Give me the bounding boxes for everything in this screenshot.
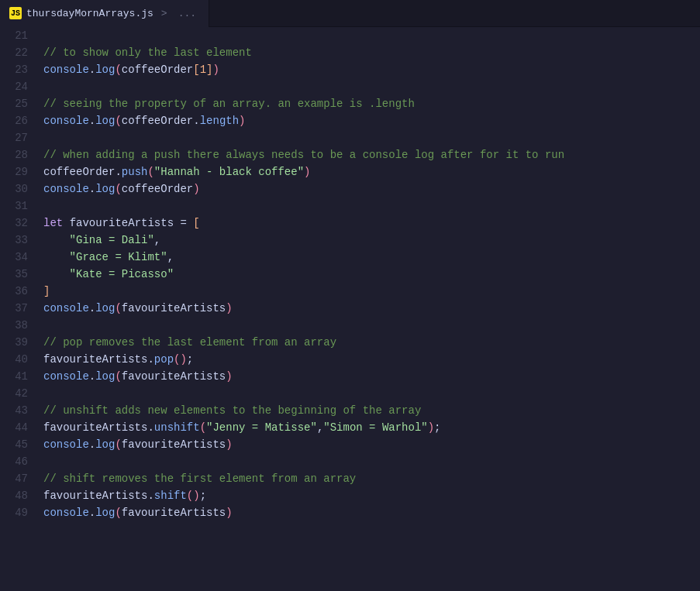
line-number: 42 <box>0 385 40 402</box>
line-content: favouriteArtists.unshift("Jenny = Matiss… <box>40 419 700 436</box>
line-number: 38 <box>0 317 40 334</box>
line-42: 42 <box>0 385 700 402</box>
line-34: 34 "Grace = Klimt", <box>0 249 700 266</box>
line-number: 26 <box>0 112 40 129</box>
line-number: 32 <box>0 215 40 232</box>
line-29: 29 coffeeOrder.push("Hannah - black coff… <box>0 163 700 180</box>
line-32: 32 let favouriteArtists = [ <box>0 215 700 232</box>
line-content: console.log(coffeeOrder) <box>40 180 700 198</box>
line-content: // when adding a push there always needs… <box>40 146 700 163</box>
line-49: 49 console.log(favouriteArtists) <box>0 504 700 521</box>
line-41: 41 console.log(favouriteArtists) <box>0 368 700 385</box>
line-40: 40 favouriteArtists.pop(); <box>0 351 700 368</box>
tab-separator: > <box>161 8 167 19</box>
line-28: 28 // when adding a push there always ne… <box>0 146 700 163</box>
line-content: // pop removes the last element from an … <box>40 334 700 351</box>
line-number: 25 <box>0 95 40 112</box>
line-number: 33 <box>0 232 40 249</box>
line-content: console.log(favouriteArtists) <box>40 436 700 453</box>
line-content: "Kate = Picasso" <box>40 266 700 283</box>
line-number: 49 <box>0 504 40 521</box>
line-number: 27 <box>0 129 40 146</box>
line-content: // to show only the last element <box>40 44 700 61</box>
line-number: 28 <box>0 146 40 163</box>
line-content: console.log(favouriteArtists) <box>40 300 700 317</box>
line-number: 23 <box>0 61 40 78</box>
js-icon: JS <box>9 7 22 19</box>
line-content: ] <box>40 283 700 300</box>
line-number: 29 <box>0 163 40 180</box>
line-46: 46 <box>0 453 700 470</box>
line-number: 34 <box>0 249 40 266</box>
line-35: 35 "Kate = Picasso" <box>0 266 700 283</box>
line-number: 40 <box>0 351 40 368</box>
line-content: favouriteArtists.pop(); <box>40 351 700 368</box>
line-44: 44 favouriteArtists.unshift("Jenny = Mat… <box>0 419 700 436</box>
line-25: 25 // seeing the property of an array. a… <box>0 95 700 112</box>
line-number: 44 <box>0 419 40 436</box>
line-39: 39 // pop removes the last element from … <box>0 334 700 351</box>
line-27: 27 <box>0 129 700 146</box>
line-number: 22 <box>0 44 40 61</box>
line-number: 21 <box>0 27 40 44</box>
code-editor: 21 22 // to show only the last element 2… <box>0 27 700 521</box>
line-30: 30 console.log(coffeeOrder) <box>0 180 700 198</box>
line-content: coffeeOrder.push("Hannah - black coffee"… <box>40 163 700 180</box>
tab-breadcrumb: ... <box>178 8 196 19</box>
line-number: 24 <box>0 78 40 95</box>
line-23: 23 console.log(coffeeOrder[1]) <box>0 61 700 78</box>
line-36: 36 ] <box>0 283 700 300</box>
line-43: 43 // unshift adds new elements to the b… <box>0 402 700 419</box>
line-content: "Gina = Dali", <box>40 232 700 249</box>
line-37: 37 console.log(favouriteArtists) <box>0 300 700 317</box>
line-38: 38 <box>0 317 700 334</box>
line-content: console.log(favouriteArtists) <box>40 368 700 385</box>
line-number: 46 <box>0 453 40 470</box>
line-22: 22 // to show only the last element <box>0 44 700 61</box>
line-number: 47 <box>0 470 40 487</box>
line-48: 48 favouriteArtists.shift(); <box>0 487 700 504</box>
line-26: 26 console.log(coffeeOrder.length) <box>0 112 700 129</box>
line-number: 37 <box>0 300 40 317</box>
line-21: 21 <box>0 27 700 44</box>
line-number: 43 <box>0 402 40 419</box>
line-content: // shift removes the first element from … <box>40 470 700 487</box>
active-tab[interactable]: JS thursdayMornArrays.js > ... <box>0 0 209 27</box>
line-number: 48 <box>0 487 40 504</box>
line-content: // seeing the property of an array. an e… <box>40 95 700 112</box>
line-number: 41 <box>0 368 40 385</box>
line-24: 24 <box>0 78 700 95</box>
line-content: "Grace = Klimt", <box>40 249 700 266</box>
line-number: 31 <box>0 198 40 215</box>
tab-bar: JS thursdayMornArrays.js > ... <box>0 0 700 27</box>
line-45: 45 console.log(favouriteArtists) <box>0 436 700 453</box>
line-33: 33 "Gina = Dali", <box>0 232 700 249</box>
line-number: 35 <box>0 266 40 283</box>
line-47: 47 // shift removes the first element fr… <box>0 470 700 487</box>
line-content: console.log(coffeeOrder[1]) <box>40 61 700 78</box>
line-number: 30 <box>0 180 40 198</box>
line-content: console.log(coffeeOrder.length) <box>40 112 700 129</box>
line-content: console.log(favouriteArtists) <box>40 504 700 521</box>
line-31: 31 <box>0 198 700 215</box>
line-content: let favouriteArtists = [ <box>40 215 700 232</box>
line-number: 39 <box>0 334 40 351</box>
line-content: favouriteArtists.shift(); <box>40 487 700 504</box>
tab-filename: thursdayMornArrays.js <box>26 8 153 19</box>
line-number: 36 <box>0 283 40 300</box>
line-content: // unshift adds new elements to the begi… <box>40 402 700 419</box>
line-number: 45 <box>0 436 40 453</box>
